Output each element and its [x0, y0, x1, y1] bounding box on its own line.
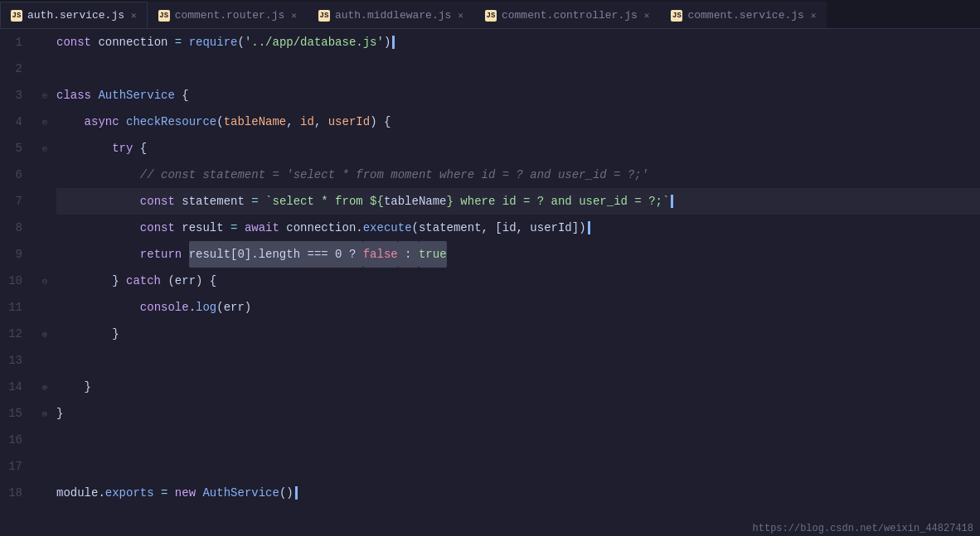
line-num-12: 12: [0, 321, 29, 347]
line-num-8: 8: [0, 215, 29, 241]
line-num-9: 9: [0, 241, 29, 268]
tab-close-3[interactable]: ✕: [458, 10, 463, 21]
code-line-8: const result = await connection.execute(…: [56, 215, 980, 241]
fold-13: [37, 347, 52, 374]
fold-6: [37, 162, 52, 188]
fold-18: [37, 480, 52, 506]
tab-label-4: comment.controller.js: [502, 9, 638, 22]
fold-5[interactable]: ⊖: [37, 135, 52, 162]
tab-icon-3: JS: [318, 10, 330, 22]
tab-label-2: comment.router.js: [175, 9, 285, 22]
fold-8: [37, 215, 52, 241]
fold-12[interactable]: ⊕: [37, 321, 52, 347]
fold-2: [37, 56, 52, 82]
tab-auth-middleware[interactable]: JS auth.middleware.js ✕: [308, 2, 474, 28]
fold-16: [37, 427, 52, 453]
line-num-10: 10: [0, 268, 29, 294]
line-num-5: 5: [0, 135, 29, 162]
tab-icon-5: JS: [671, 10, 682, 22]
line-num-13: 13: [0, 347, 29, 374]
code-line-15: }: [56, 400, 980, 427]
line-numbers: 1 2 3 4 5 6 7 8 9 10 11 12 13 14 15 16 1…: [0, 29, 37, 536]
code-line-6: // const statement = 'select * from mome…: [56, 162, 980, 188]
line-num-17: 17: [0, 453, 29, 480]
fold-15[interactable]: ⊕: [37, 400, 52, 427]
code-line-16: [56, 427, 980, 453]
code-area[interactable]: const connection = require('../app/datab…: [52, 29, 980, 536]
status-bar: https://blog.csdn.net/weixin_44827418: [746, 521, 980, 536]
tab-comment-service[interactable]: JS comment.service.js ✕: [660, 2, 827, 28]
fold-11: [37, 294, 52, 321]
line-num-1: 1: [0, 29, 29, 56]
tab-close-2[interactable]: ✕: [291, 10, 297, 21]
fold-3[interactable]: ⊖: [37, 82, 52, 109]
tab-label-3: auth.middleware.js: [335, 9, 451, 22]
line-num-7: 7: [0, 188, 29, 215]
line-num-3: 3: [0, 82, 29, 109]
line-num-11: 11: [0, 294, 29, 321]
fold-14[interactable]: ⊕: [37, 374, 52, 400]
tab-icon-2: JS: [158, 10, 170, 22]
status-url: https://blog.csdn.net/weixin_44827418: [753, 523, 973, 534]
code-line-5: try {: [56, 135, 980, 162]
code-line-7: const statement = `select * from ${table…: [56, 188, 980, 215]
code-line-9: return result[0].length === 0 ? false : …: [56, 241, 980, 268]
line-num-16: 16: [0, 427, 29, 453]
line-num-14: 14: [0, 374, 29, 400]
code-line-12: }: [56, 321, 980, 347]
fold-7: [37, 188, 52, 215]
editor-body: 1 2 3 4 5 6 7 8 9 10 11 12 13 14 15 16 1…: [0, 29, 980, 536]
line-num-4: 4: [0, 109, 29, 135]
tab-comment-controller[interactable]: JS comment.controller.js ✕: [474, 2, 660, 28]
tab-comment-router[interactable]: JS comment.router.js ✕: [148, 2, 308, 28]
code-line-17: [56, 453, 980, 480]
line-num-15: 15: [0, 400, 29, 427]
tab-icon-1: JS: [11, 10, 22, 22]
code-line-13: [56, 347, 980, 374]
tab-bar: JS auth.service.js ✕ JS comment.router.j…: [0, 0, 980, 29]
fold-9: [37, 241, 52, 268]
line-num-6: 6: [0, 162, 29, 188]
tab-close-4[interactable]: ✕: [644, 10, 650, 21]
line-num-18: 18: [0, 480, 29, 506]
tab-label-5: comment.service.js: [687, 9, 803, 22]
code-line-18: module.exports = new AuthService(): [56, 480, 980, 506]
code-line-2: [56, 56, 980, 82]
tab-close-5[interactable]: ✕: [811, 10, 817, 21]
tab-label-1: auth.service.js: [27, 9, 124, 22]
code-line-11: console.log(err): [56, 294, 980, 321]
tab-icon-4: JS: [485, 10, 497, 22]
tab-auth-service[interactable]: JS auth.service.js ✕: [0, 2, 148, 28]
fold-10[interactable]: ⊖: [37, 268, 52, 294]
fold-4[interactable]: ⊖: [37, 109, 52, 135]
line-num-2: 2: [0, 56, 29, 82]
fold-17: [37, 453, 52, 480]
editor-container: JS auth.service.js ✕ JS comment.router.j…: [0, 0, 980, 536]
code-line-14: }: [56, 374, 980, 400]
fold-1: [37, 29, 52, 56]
tab-close-1[interactable]: ✕: [131, 10, 137, 21]
code-line-1: const connection = require('../app/datab…: [56, 29, 980, 56]
code-line-3: class AuthService {: [56, 82, 980, 109]
fold-gutter: ⊖ ⊖ ⊖ ⊖ ⊕ ⊕ ⊕: [37, 29, 52, 536]
code-line-4: async checkResource(tableName, id, userI…: [56, 109, 980, 135]
code-line-10: } catch (err) {: [56, 268, 980, 294]
